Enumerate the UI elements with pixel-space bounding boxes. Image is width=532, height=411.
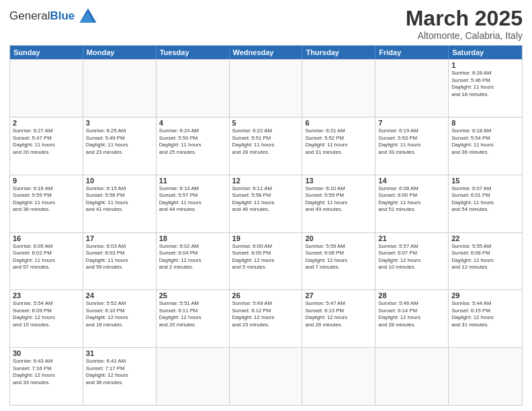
day-number: 30 [13, 349, 80, 357]
calendar-cell: 11Sunrise: 6:13 AM Sunset: 5:57 PM Dayli… [157, 175, 230, 232]
day-number: 11 [159, 177, 226, 185]
calendar-cell: 20Sunrise: 5:59 AM Sunset: 6:06 PM Dayli… [302, 233, 375, 290]
calendar-cell: 23Sunrise: 5:54 AM Sunset: 6:09 PM Dayli… [10, 290, 83, 347]
calendar: SundayMondayTuesdayWednesdayThursdayFrid… [9, 45, 523, 406]
location: Altomonte, Calabria, Italy [406, 30, 523, 41]
weekday-header: Thursday [302, 46, 375, 59]
logo-general: General [9, 9, 50, 22]
calendar-cell: 30Sunrise: 6:43 AM Sunset: 7:16 PM Dayli… [10, 348, 83, 405]
calendar-cell: 25Sunrise: 5:51 AM Sunset: 6:11 PM Dayli… [157, 290, 230, 347]
day-number: 29 [451, 291, 519, 300]
calendar-cell [83, 60, 157, 117]
day-number: 22 [451, 234, 519, 242]
day-number: 1 [451, 61, 519, 69]
day-info: Sunrise: 6:11 AM Sunset: 5:58 PM Dayligh… [232, 185, 300, 214]
calendar-cell: 27Sunrise: 5:47 AM Sunset: 6:13 PM Dayli… [302, 290, 375, 347]
day-info: Sunrise: 5:44 AM Sunset: 6:15 PM Dayligh… [451, 300, 519, 328]
day-info: Sunrise: 6:07 AM Sunset: 6:01 PM Dayligh… [451, 185, 519, 214]
day-info: Sunrise: 6:41 AM Sunset: 7:17 PM Dayligh… [86, 358, 153, 386]
day-number: 9 [13, 177, 80, 185]
day-info: Sunrise: 6:43 AM Sunset: 7:16 PM Dayligh… [13, 358, 80, 386]
day-info: Sunrise: 6:05 AM Sunset: 6:02 PM Dayligh… [13, 243, 80, 271]
day-info: Sunrise: 6:18 AM Sunset: 5:54 PM Dayligh… [451, 128, 519, 156]
calendar-row: 16Sunrise: 6:05 AM Sunset: 6:02 PM Dayli… [10, 232, 522, 290]
day-info: Sunrise: 5:49 AM Sunset: 6:12 PM Dayligh… [232, 300, 300, 328]
logo-blue: Blue [50, 9, 75, 22]
day-info: Sunrise: 5:51 AM Sunset: 6:11 PM Dayligh… [159, 300, 226, 328]
day-info: Sunrise: 6:10 AM Sunset: 5:59 PM Dayligh… [305, 185, 372, 214]
calendar-cell [302, 60, 375, 117]
calendar-cell: 14Sunrise: 6:08 AM Sunset: 6:00 PM Dayli… [375, 175, 449, 232]
day-number: 24 [86, 291, 153, 300]
calendar-row: 23Sunrise: 5:54 AM Sunset: 6:09 PM Dayli… [10, 289, 522, 347]
day-info: Sunrise: 6:15 AM Sunset: 5:56 PM Dayligh… [86, 185, 153, 214]
calendar-cell [230, 348, 303, 405]
day-info: Sunrise: 6:02 AM Sunset: 6:04 PM Dayligh… [159, 243, 226, 271]
calendar-cell: 1Sunrise: 6:28 AM Sunset: 5:46 PM Daylig… [449, 60, 522, 117]
day-info: Sunrise: 6:08 AM Sunset: 6:00 PM Dayligh… [378, 185, 445, 214]
day-number: 10 [86, 177, 153, 185]
day-number: 31 [86, 349, 153, 357]
calendar-cell: 9Sunrise: 6:16 AM Sunset: 5:55 PM Daylig… [10, 175, 83, 232]
day-info: Sunrise: 5:55 AM Sunset: 6:08 PM Dayligh… [451, 243, 519, 271]
day-number: 26 [232, 291, 300, 300]
day-info: Sunrise: 5:47 AM Sunset: 6:13 PM Dayligh… [305, 300, 372, 328]
calendar-body: 1Sunrise: 6:28 AM Sunset: 5:46 PM Daylig… [10, 59, 522, 405]
day-info: Sunrise: 5:46 AM Sunset: 6:14 PM Dayligh… [378, 300, 445, 328]
calendar-cell [10, 60, 83, 117]
calendar-cell [157, 348, 230, 405]
day-info: Sunrise: 6:03 AM Sunset: 6:03 PM Dayligh… [86, 243, 153, 271]
calendar-cell [302, 348, 375, 405]
calendar-cell: 31Sunrise: 6:41 AM Sunset: 7:17 PM Dayli… [83, 348, 157, 405]
day-number: 25 [159, 291, 226, 300]
day-info: Sunrise: 5:59 AM Sunset: 6:06 PM Dayligh… [305, 243, 372, 271]
day-info: Sunrise: 6:19 AM Sunset: 5:53 PM Dayligh… [378, 128, 445, 156]
calendar-cell: 10Sunrise: 6:15 AM Sunset: 5:56 PM Dayli… [83, 175, 157, 232]
calendar-cell: 24Sunrise: 5:52 AM Sunset: 6:10 PM Dayli… [83, 290, 157, 347]
day-info: Sunrise: 5:52 AM Sunset: 6:10 PM Dayligh… [86, 300, 153, 328]
weekday-header: Friday [375, 46, 449, 59]
day-info: Sunrise: 6:22 AM Sunset: 5:51 PM Dayligh… [232, 128, 300, 156]
calendar-cell [230, 60, 303, 117]
calendar-cell: 7Sunrise: 6:19 AM Sunset: 5:53 PM Daylig… [375, 118, 449, 175]
day-number: 15 [451, 177, 519, 185]
calendar-row: 1Sunrise: 6:28 AM Sunset: 5:46 PM Daylig… [10, 59, 522, 117]
day-info: Sunrise: 6:27 AM Sunset: 5:47 PM Dayligh… [13, 128, 80, 156]
calendar-header: SundayMondayTuesdayWednesdayThursdayFrid… [10, 46, 522, 59]
calendar-cell: 22Sunrise: 5:55 AM Sunset: 6:08 PM Dayli… [449, 233, 522, 290]
weekday-header: Wednesday [230, 46, 303, 59]
calendar-cell: 17Sunrise: 6:03 AM Sunset: 6:03 PM Dayli… [83, 233, 157, 290]
day-number: 12 [232, 177, 300, 185]
day-number: 6 [305, 119, 372, 127]
day-number: 27 [305, 291, 372, 300]
day-info: Sunrise: 6:16 AM Sunset: 5:55 PM Dayligh… [13, 185, 80, 214]
day-number: 16 [13, 234, 80, 242]
header: GeneralBlue March 2025 Altomonte, Calabr… [9, 7, 523, 41]
logo-icon [77, 7, 99, 26]
calendar-cell: 6Sunrise: 6:21 AM Sunset: 5:52 PM Daylig… [302, 118, 375, 175]
day-number: 17 [86, 234, 153, 242]
day-info: Sunrise: 5:57 AM Sunset: 6:07 PM Dayligh… [378, 243, 445, 271]
day-number: 18 [159, 234, 226, 242]
calendar-cell: 21Sunrise: 5:57 AM Sunset: 6:07 PM Dayli… [375, 233, 449, 290]
day-number: 28 [378, 291, 445, 300]
calendar-cell: 18Sunrise: 6:02 AM Sunset: 6:04 PM Dayli… [157, 233, 230, 290]
calendar-cell [449, 348, 522, 405]
calendar-cell: 13Sunrise: 6:10 AM Sunset: 5:59 PM Dayli… [302, 175, 375, 232]
calendar-cell: 28Sunrise: 5:46 AM Sunset: 6:14 PM Dayli… [375, 290, 449, 347]
calendar-cell: 15Sunrise: 6:07 AM Sunset: 6:01 PM Dayli… [449, 175, 522, 232]
day-number: 3 [86, 119, 153, 127]
day-number: 5 [232, 119, 300, 127]
calendar-cell: 12Sunrise: 6:11 AM Sunset: 5:58 PM Dayli… [230, 175, 303, 232]
title-block: March 2025 Altomonte, Calabria, Italy [406, 7, 523, 41]
day-info: Sunrise: 5:54 AM Sunset: 6:09 PM Dayligh… [13, 300, 80, 328]
day-number: 7 [378, 119, 445, 127]
calendar-cell [375, 60, 449, 117]
calendar-cell: 26Sunrise: 5:49 AM Sunset: 6:12 PM Dayli… [230, 290, 303, 347]
weekday-header: Sunday [10, 46, 83, 59]
calendar-cell: 8Sunrise: 6:18 AM Sunset: 5:54 PM Daylig… [449, 118, 522, 175]
calendar-cell: 16Sunrise: 6:05 AM Sunset: 6:02 PM Dayli… [10, 233, 83, 290]
day-number: 19 [232, 234, 300, 242]
calendar-cell: 19Sunrise: 6:00 AM Sunset: 6:05 PM Dayli… [230, 233, 303, 290]
day-number: 8 [451, 119, 519, 127]
